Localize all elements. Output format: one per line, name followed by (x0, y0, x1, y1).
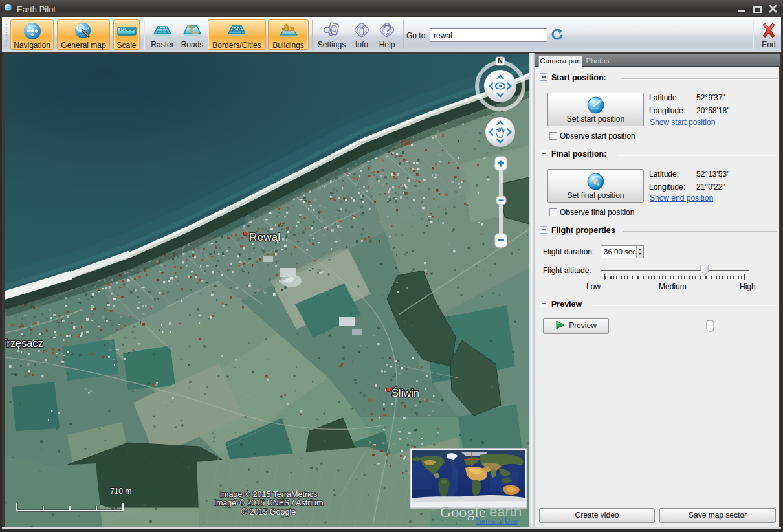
svg-text:N: N (498, 57, 503, 65)
svg-text:Śliwin: Śliwin (392, 387, 419, 399)
svg-text:710 m: 710 m (110, 487, 131, 496)
svg-text:Trzęsacz: Trzęsacz (5, 338, 43, 349)
svg-text:Rewal: Rewal (249, 231, 280, 243)
svg-text:© 2015 Google: © 2015 Google (241, 507, 296, 516)
svg-text:Terms of Use: Terms of Use (476, 517, 518, 525)
svg-text:Image © 2015 CNES / Astrium: Image © 2015 CNES / Astrium (214, 498, 323, 507)
svg-text:Image © 2015 TerraMetrics: Image © 2015 TerraMetrics (220, 490, 318, 499)
